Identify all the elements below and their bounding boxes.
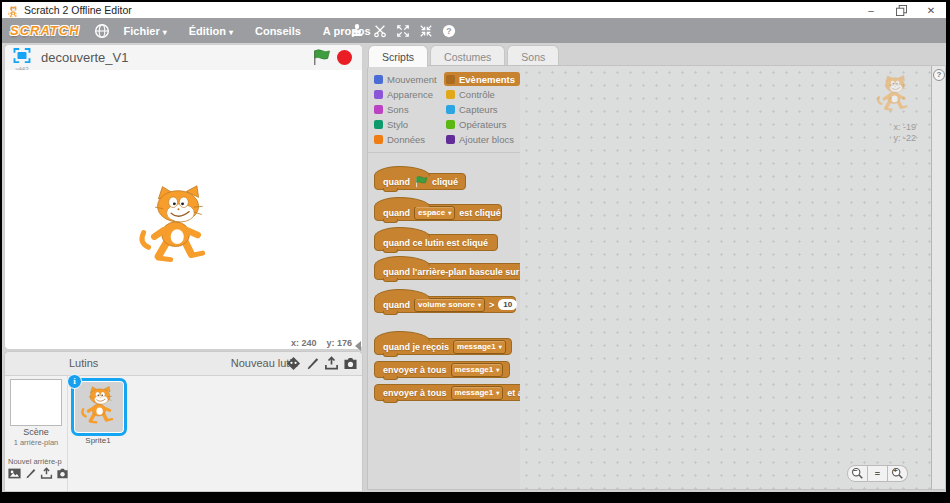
category-label: Ajouter blocs <box>459 134 514 145</box>
new-sprite-library-icon[interactable] <box>286 355 301 371</box>
block-dropdown[interactable]: message1▾ <box>451 363 504 377</box>
category-mouvement[interactable]: Mouvement <box>372 72 444 86</box>
duplicate-stamp-icon[interactable] <box>350 24 364 38</box>
delete-scissors-icon[interactable] <box>373 24 387 38</box>
block-dropdown[interactable]: volume sonore▾ <box>414 298 485 312</box>
block-palette-list: quandcliquéquandespace▾est cliquéquand c… <box>368 153 520 401</box>
upload-sprite-icon[interactable] <box>324 355 339 371</box>
close-button[interactable]: ✕ <box>916 2 946 18</box>
scratch-window: Scratch 2 Offline Editor – ✕ SCRATCH Fic… <box>2 2 946 492</box>
block-sprite-clicked[interactable]: quand ce lutin est cliqué <box>374 234 498 251</box>
block-volume-greater[interactable]: quandvolume sonore▾>10 <box>374 296 516 313</box>
help-icon[interactable]: ? <box>933 69 945 81</box>
category-evenements[interactable]: Evènements <box>444 72 520 86</box>
dropdown-value: message1 <box>457 342 496 351</box>
zoom-in-button[interactable]: + <box>888 465 908 482</box>
category-operateurs[interactable]: Opérateurs <box>444 117 520 131</box>
upload-backdrop-icon[interactable] <box>40 467 53 480</box>
cat-sprite-on-stage[interactable] <box>133 185 219 267</box>
block-dropdown[interactable]: message1▾ <box>453 340 506 354</box>
script-canvas[interactable]: x: -19 y: -22 − = + <box>520 66 934 489</box>
category-color-swatch <box>374 120 383 129</box>
dropdown-value: message1 <box>455 365 494 374</box>
sprite-thumbnail-sprite1[interactable]: i <box>71 378 127 436</box>
block-help-icon[interactable]: ? <box>442 24 456 38</box>
block-broadcast[interactable]: envoyer à tousmessage1▾ <box>374 361 510 378</box>
block-flag-clicked[interactable]: quandcliqué <box>374 173 466 190</box>
sprites-header: Lutins Nouveau lutin <box>5 352 362 376</box>
stage-thumbnail[interactable] <box>10 379 62 426</box>
dropdown-value: volume sonore <box>418 300 475 309</box>
tab-costumes[interactable]: Costumes <box>430 45 505 67</box>
sprites-panel: Lutins Nouveau lutin Scène 1 arrièr <box>4 351 363 492</box>
block-dropdown[interactable]: message1▾ <box>451 386 504 400</box>
number-input[interactable]: 10 <box>498 299 517 310</box>
stage-thumbnail-column: Scène 1 arrière-plan Nouvel arrière-p <box>5 375 68 491</box>
zoom-in-sign: + <box>893 466 898 475</box>
backdrop-library-icon[interactable] <box>8 467 21 480</box>
menu-item-fichier[interactable]: Fichier▾ <box>124 25 167 37</box>
green-flag-icon <box>414 176 428 188</box>
category-stylo[interactable]: Stylo <box>372 117 444 131</box>
block-receive-message[interactable]: quand je reçoismessage1▾ <box>374 338 512 355</box>
block-broadcast-wait[interactable]: envoyer à tousmessage1▾et at <box>374 384 520 401</box>
tips-flap[interactable]: ? <box>931 66 945 489</box>
zoom-reset-sign: = <box>875 469 880 479</box>
sprite1-thumbnail-image <box>80 384 118 428</box>
block-text: est cliqué <box>459 208 501 218</box>
category-sons[interactable]: Sons <box>372 102 444 116</box>
category-controle[interactable]: Contrôle <box>444 87 520 101</box>
sprites-panel-title: Lutins <box>69 357 98 369</box>
menu-item-conseils[interactable]: Conseils <box>255 25 301 37</box>
new-backdrop-label: Nouvel arrière-p <box>8 457 66 466</box>
block-text: quand l'arrière-plan bascule sur <box>383 267 519 277</box>
zoom-controls: − = + <box>847 465 908 482</box>
language-globe-icon[interactable] <box>94 23 110 39</box>
block-text: envoyer à tous <box>383 388 447 398</box>
category-donnees[interactable]: Données <box>372 132 444 146</box>
paint-new-sprite-icon[interactable] <box>305 355 320 371</box>
tab-sons[interactable]: Sons <box>507 45 559 67</box>
category-ajouter-blocs[interactable]: Ajouter blocs <box>444 132 520 146</box>
panel-collapse-arrow-icon[interactable] <box>355 341 361 351</box>
grow-sprite-icon[interactable] <box>396 24 410 38</box>
block-key-clicked[interactable]: quandespace▾est cliqué <box>374 204 502 221</box>
project-name: decouverte_V1 <box>41 50 128 65</box>
category-color-swatch <box>374 75 383 84</box>
stage-thumbnail-info: 1 arrière-plan <box>5 438 67 447</box>
stage-canvas: x: 240y: 176 <box>5 70 362 349</box>
paint-backdrop-icon[interactable] <box>24 467 37 480</box>
mouse-x: x: 240 <box>291 338 317 348</box>
tab-bar: ScriptsCostumesSons <box>368 45 559 67</box>
block-text: cliqué <box>432 177 458 187</box>
editor-panel: MouvementEvènementsApparenceContrôleSons… <box>367 65 946 490</box>
block-backdrop-switch[interactable]: quand l'arrière-plan bascule sur <box>374 263 520 280</box>
tab-scripts[interactable]: Scripts <box>368 45 428 67</box>
scratch-logo: SCRATCH <box>10 23 80 38</box>
sprite1-name: Sprite1 <box>67 436 129 445</box>
fullscreen-icon[interactable] <box>13 49 31 66</box>
shrink-sprite-icon[interactable] <box>419 24 433 38</box>
category-capteurs[interactable]: Capteurs <box>444 102 520 116</box>
block-dropdown[interactable]: espace▾ <box>414 206 455 220</box>
restore-button[interactable] <box>886 2 916 18</box>
sprite-position: x: -19 y: -22 <box>893 122 916 144</box>
minimize-button[interactable]: – <box>856 2 886 18</box>
category-grid: MouvementEvènementsApparenceContrôleSons… <box>372 72 520 146</box>
block-text: quand ce lutin est cliqué <box>383 238 488 248</box>
stage-panel: v443 decouverte_V1 x: 240y: 176 <box>4 44 363 350</box>
category-apparence[interactable]: Apparence <box>372 87 444 101</box>
zoom-reset-button[interactable]: = <box>868 465 888 482</box>
camera-backdrop-icon[interactable] <box>56 467 69 480</box>
category-label: Apparence <box>387 89 433 100</box>
stop-button[interactable] <box>337 50 352 65</box>
category-label: Evènements <box>459 74 515 85</box>
green-flag-button[interactable] <box>312 49 330 66</box>
zoom-out-button[interactable]: − <box>847 465 868 482</box>
camera-sprite-icon[interactable] <box>343 355 358 371</box>
menu-item-edition[interactable]: Édition▾ <box>189 25 233 37</box>
category-color-swatch <box>446 90 455 99</box>
category-label: Sons <box>387 104 409 115</box>
block-text: quand <box>383 208 410 218</box>
category-label: Stylo <box>387 119 408 130</box>
